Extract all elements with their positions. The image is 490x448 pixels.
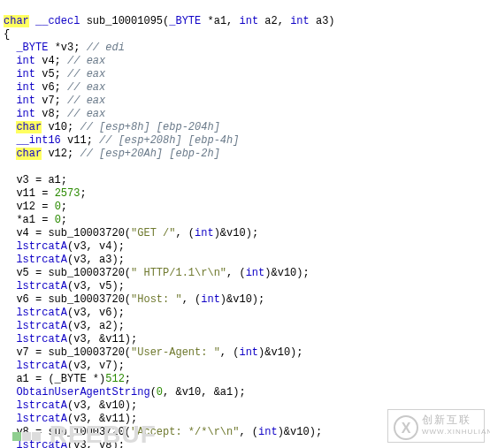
kw: int <box>258 426 278 438</box>
stmt: v5 = sub_10003720( <box>16 267 131 279</box>
decl-v6: v6; <box>42 81 61 94</box>
txt: )&v10); <box>264 267 309 279</box>
fn: lstrcatA <box>16 240 67 253</box>
args: (v3, v7); <box>67 360 125 372</box>
fn: lstrcatA <box>16 413 67 425</box>
type-char: char <box>16 121 42 133</box>
decl-v8: v8; <box>42 108 61 120</box>
type-int: int <box>290 15 310 27</box>
type-char: char <box>16 148 42 160</box>
fn: lstrcatA <box>16 280 67 292</box>
args: , &v10, &a1); <box>163 386 246 399</box>
fn: lstrcatA <box>16 439 67 448</box>
decl-v12: v12; <box>48 148 73 160</box>
fn: lstrcatA <box>16 254 67 266</box>
param2: a2 <box>264 15 277 27</box>
stmt: v6 = sub_10003720( <box>16 293 131 306</box>
txt: )&v10); <box>220 293 264 306</box>
txt: , ( <box>182 293 202 306</box>
kw: int <box>201 293 220 306</box>
stmt: v11 = <box>16 187 54 200</box>
type-int: int <box>16 108 35 120</box>
kw: int <box>239 346 258 359</box>
txt: )&v10); <box>214 227 258 239</box>
stmt: v12 = <box>16 201 54 213</box>
fn: ObtainUserAgentString <box>16 386 149 399</box>
cm-v3: // edi <box>87 42 125 54</box>
str: "Accept: */*\r\n" <box>131 426 239 438</box>
decl-v11: v11; <box>67 134 93 147</box>
stmt: v4 = sub_10003720( <box>16 227 131 239</box>
decl-v7: v7; <box>42 95 61 107</box>
decl-v5: v5; <box>42 68 61 80</box>
decl-v4: v4; <box>42 55 61 67</box>
args: (v3, &v11); <box>67 333 137 345</box>
num: 0 <box>55 201 61 213</box>
txt: )&v10); <box>258 346 302 359</box>
type-int: int <box>16 68 35 80</box>
str: "User-Agent: " <box>131 346 220 359</box>
txt: , ( <box>175 227 195 239</box>
brace-open: { <box>4 28 10 41</box>
decl-v3: *v3; <box>55 42 80 54</box>
str: " HTTP/1.1\r\n" <box>131 267 226 279</box>
param1: *a1 <box>207 15 226 27</box>
semi: ; <box>80 187 86 200</box>
stmt: v7 = sub_10003720( <box>16 346 131 359</box>
stmt: v3 = a1; <box>16 174 67 186</box>
type-int: int <box>16 95 35 107</box>
decl-v10: v10; <box>48 121 73 133</box>
str: "Host: " <box>131 293 182 306</box>
kw-cdecl: __cdecl <box>35 15 80 27</box>
num: 512 <box>105 373 125 385</box>
args: (v3, a2); <box>67 320 125 332</box>
num: 2573 <box>55 187 80 200</box>
kw: int <box>195 227 214 239</box>
fn: lstrcatA <box>16 333 67 345</box>
num: 0 <box>157 386 163 399</box>
fn: lstrcatA <box>16 320 67 332</box>
txt: , ( <box>226 267 246 279</box>
txt: )&v10); <box>278 426 322 438</box>
args: (v3, v4); <box>67 240 125 253</box>
fn: lstrcatA <box>16 399 67 412</box>
args: (v3, v8); <box>67 439 125 448</box>
cm-v7: // eax <box>67 95 105 107</box>
type-byte: _BYTE <box>16 42 48 54</box>
func-name: sub_10001095 <box>87 15 163 27</box>
txt: ( <box>150 386 157 399</box>
type-byte: _BYTE <box>169 15 201 27</box>
param3: a3 <box>316 15 328 27</box>
stmt: v8 = sub_10003720( <box>16 426 131 438</box>
semi: ; <box>61 214 67 226</box>
args: (v3, v6); <box>67 307 125 319</box>
type-int: int <box>240 15 259 27</box>
txt: , ( <box>239 426 258 438</box>
semi: ; <box>125 373 131 385</box>
type-char: char <box>4 15 29 27</box>
num: 0 <box>55 214 61 226</box>
args: (v3, a3); <box>67 254 125 266</box>
kw: int <box>246 267 265 279</box>
txt: , ( <box>220 346 240 359</box>
cm-v4: // eax <box>67 55 105 67</box>
decompiled-code: char __cdecl sub_10001095(_BYTE *a1, int… <box>0 0 490 448</box>
cm-v6: // eax <box>67 81 105 94</box>
fn: lstrcatA <box>16 360 67 372</box>
stmt: *a1 = <box>16 214 54 226</box>
args: (v3, v5); <box>67 280 125 292</box>
args: (v3, &v10); <box>67 399 137 412</box>
cm-v11: // [esp+208h] [ebp-4h] <box>99 134 239 147</box>
semi: ; <box>61 201 67 213</box>
args: (v3, &v11); <box>67 413 137 425</box>
type-int: int <box>16 81 35 94</box>
str: "GET /" <box>131 227 175 239</box>
type-int16: __int16 <box>16 134 60 147</box>
cm-v10: // [esp+8h] [ebp-204h] <box>80 121 219 133</box>
type-int: int <box>16 55 35 67</box>
fn: lstrcatA <box>16 307 67 319</box>
cm-v8: // eax <box>67 108 105 120</box>
cm-v5: // eax <box>67 68 105 80</box>
cm-v12: // [esp+20Ah] [ebp-2h] <box>80 148 219 160</box>
stmt: a1 = (_BYTE *) <box>16 373 105 385</box>
